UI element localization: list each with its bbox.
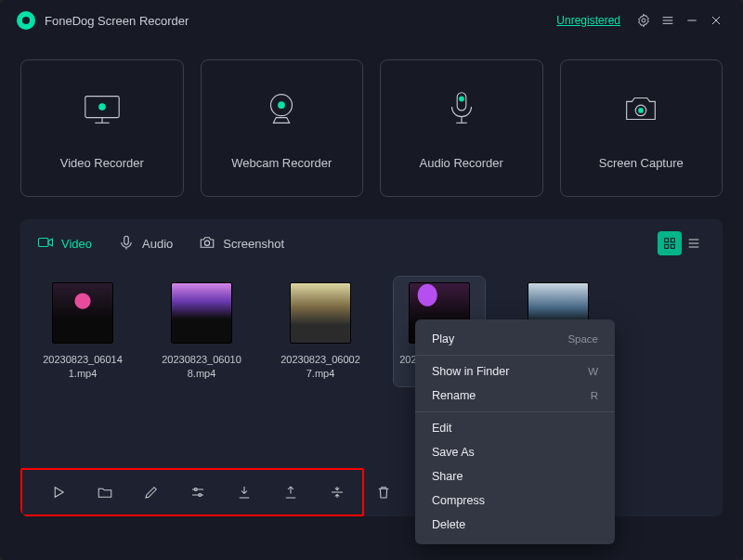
thumbnail-label: 20230823_060027.mp4 [279,353,362,381]
svg-point-18 [638,108,644,113]
context-menu: Play Space Show in Finder W Rename R Edi… [415,319,615,544]
sliders-icon[interactable] [189,483,206,501]
ctx-play[interactable]: Play Space [415,327,615,351]
ctx-share[interactable]: Share [415,464,615,488]
ctx-edit[interactable]: Edit [415,416,615,440]
tab-label: Audio [142,237,173,251]
close-icon[interactable] [706,10,726,31]
play-icon[interactable] [50,483,67,501]
ctx-label: Rename [432,389,476,402]
thumbnail-item[interactable]: 20230823_060027.mp4 [275,277,366,386]
thumbnail-label: 20230823_060141.mp4 [41,353,124,381]
svg-point-22 [205,241,210,245]
ctx-save-as[interactable]: Save As [415,440,615,464]
svg-point-12 [278,101,285,109]
ctx-label: Compress [432,494,485,507]
thumbnail-image [52,282,113,344]
ctx-label: Share [432,470,463,483]
list-view-button[interactable] [682,231,706,255]
unregistered-link[interactable]: Unregistered [556,14,620,27]
microphone-icon [440,87,483,134]
ctx-shortcut: R [591,390,598,401]
app-title: FoneDog Screen Recorder [45,14,189,28]
ctx-compress[interactable]: Compress [415,488,615,513]
camera-icon [199,234,215,254]
separator [415,411,615,412]
screen-capture-card[interactable]: Screen Capture [560,59,723,197]
svg-point-16 [459,96,464,101]
ctx-label: Play [432,332,454,345]
tab-label: Video [61,237,92,251]
folder-icon[interactable] [97,483,113,501]
tab-audio[interactable]: Audio [118,234,173,254]
share-icon[interactable] [282,483,299,501]
library-toolbar [20,468,364,516]
webcam-recorder-card[interactable]: Webcam Recorder [201,59,364,197]
mode-label: Screen Capture [599,156,684,170]
thumbnail-image [171,282,232,344]
app-logo-icon [17,11,35,30]
library-tabs: Video Audio Screenshot [20,219,723,267]
ctx-label: Show in Finder [432,365,509,378]
menu-icon[interactable] [658,10,678,31]
ctx-label: Edit [432,422,452,435]
ctx-shortcut: W [588,366,598,377]
monitor-icon [81,87,124,134]
mode-label: Video Recorder [60,156,144,170]
svg-marker-30 [55,488,63,498]
video-recorder-card[interactable]: Video Recorder [20,59,184,197]
svg-rect-25 [665,244,669,248]
thumbnail-item[interactable]: 20230823_060108.mp4 [156,277,247,386]
mode-label: Audio Recorder [420,156,503,170]
ctx-label: Delete [432,518,465,531]
thumbnail-label: 20230823_060108.mp4 [160,353,243,381]
titlebar: FoneDog Screen Recorder Unregistered [0,0,743,41]
separator [415,355,615,356]
audio-recorder-card[interactable]: Audio Recorder [380,59,543,197]
download-icon[interactable] [236,483,253,501]
thumbnail-grid: 20230823_060141.mp4 20230823_060108.mp4 … [20,267,723,386]
thumbnail-item[interactable]: 20230823_060141.mp4 [37,277,128,386]
ctx-delete[interactable]: Delete [415,513,615,537]
video-icon [37,234,54,254]
svg-rect-23 [665,239,669,242]
minimize-icon[interactable] [682,10,702,31]
svg-rect-19 [39,238,49,246]
library-panel: Video Audio Screenshot [20,219,723,516]
app-window: FoneDog Screen Recorder Unregistered Vid… [0,0,743,560]
trash-icon[interactable] [375,483,392,501]
webcam-icon [260,87,303,134]
microphone-icon [118,234,135,254]
settings-icon[interactable] [633,10,654,31]
ctx-show-in-finder[interactable]: Show in Finder W [415,359,615,384]
tab-label: Screenshot [223,237,284,251]
camera-icon [619,87,662,134]
mode-label: Webcam Recorder [231,156,332,170]
svg-point-10 [98,103,106,111]
tab-screenshot[interactable]: Screenshot [199,234,284,254]
mode-cards: Video Recorder Webcam Recorder Audio Rec… [0,41,743,197]
ctx-shortcut: Space [567,333,598,345]
ctx-label: Save As [432,446,475,459]
tab-video[interactable]: Video [37,234,92,254]
thumbnail-image [290,282,351,344]
edit-icon[interactable] [143,483,160,501]
svg-rect-26 [671,244,674,248]
grid-view-button[interactable] [658,231,682,255]
view-toggle [658,231,706,255]
compress-icon[interactable] [329,483,345,501]
svg-point-0 [642,19,645,22]
svg-rect-24 [671,239,674,242]
ctx-rename[interactable]: Rename R [415,384,615,408]
svg-rect-20 [124,236,129,244]
